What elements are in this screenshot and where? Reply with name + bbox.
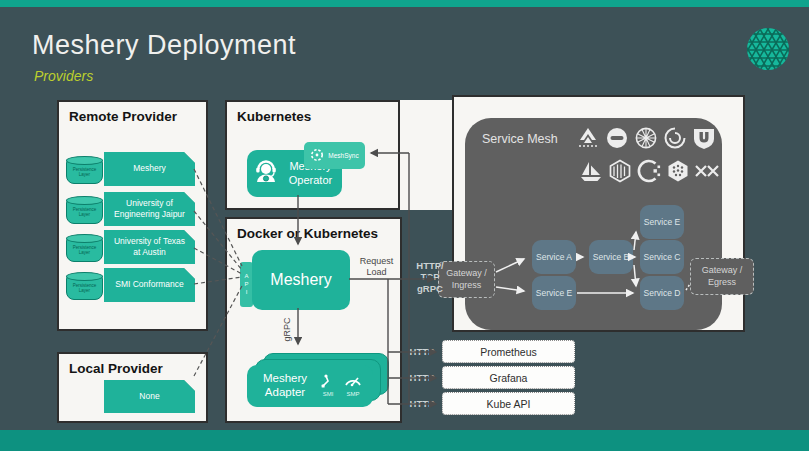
istio-logo-icon (578, 158, 604, 188)
local-provider-title: Local Provider (69, 361, 163, 376)
service-mesh-title: Service Mesh (482, 132, 558, 146)
consul-logo-icon (604, 125, 630, 155)
service-mesh-logos-row1 (575, 125, 717, 155)
meshery-adapter-label: Meshery Adapter (258, 372, 312, 400)
app-mesh-logo-icon (575, 125, 601, 155)
local-provider-panel: Local Provider None (57, 352, 208, 423)
local-provider-none: None (104, 380, 195, 413)
meshery-server-box: Meshery (252, 250, 350, 310)
grafana-box: Grafana (442, 366, 575, 389)
remote-provider-title: Remote Provider (69, 109, 177, 124)
network-service-mesh-logo-icon (607, 158, 633, 188)
remote-provider-panel: Remote Provider Persistence Layer Persis… (57, 100, 208, 331)
kube-api-box: Kube API (442, 392, 575, 415)
service-c-box: Service C (640, 240, 684, 274)
remote-provider-jaipur: University of Engineering Jaipur (104, 192, 195, 226)
http-tcp-grpc-label: HTTP/ TCP gRPC (410, 260, 450, 294)
service-d-box: Service D (640, 276, 684, 310)
bottom-accent-bar (0, 430, 809, 451)
kubernetes-title: Kubernetes (237, 109, 311, 124)
open-service-mesh-logo-icon (636, 158, 662, 188)
linkerd-logo-icon (633, 125, 659, 155)
traefik-mesh-logo-icon (694, 158, 720, 188)
top-accent-bar (0, 0, 809, 7)
prometheus-box: Prometheus (442, 340, 575, 363)
smi-icon (320, 374, 336, 390)
service-b-box: Service B (589, 240, 633, 274)
remote-provider-austin: University of Texas at Austin (104, 230, 195, 264)
remote-provider-smi: SMI Conformance (104, 268, 195, 302)
meshery-adapter-box: Meshery Adapter SMI (247, 365, 373, 407)
http-label-2: HTTP (404, 372, 440, 383)
grpc-label: gRPC (282, 309, 293, 349)
persistence-layer-cylinder: Persistence Layer (66, 238, 103, 262)
service-e-bottom-box: Service E (532, 276, 576, 310)
meshsync-box: MeshSync (304, 142, 365, 169)
kubernetes-panel: Kubernetes Meshery Operator (225, 100, 400, 210)
docker-kubernetes-panel: Docker or Kubernetes API Meshery Request… (225, 217, 402, 423)
page-subtitle: Providers (34, 68, 93, 84)
service-a-box: Service A (532, 240, 576, 274)
gateway-egress-box: Gateway / Egress (690, 258, 754, 295)
service-e-top-box: Service E (640, 205, 684, 239)
operator-icon (253, 160, 279, 187)
smp-icon (344, 374, 362, 390)
meshery-logo-icon (745, 26, 791, 76)
nginx-service-mesh-logo-icon (665, 158, 691, 188)
request-load-label: Request Load (354, 256, 399, 278)
persistence-layer-cylinder: Persistence Layer (66, 200, 103, 224)
meshsync-icon (310, 148, 324, 163)
persistence-layer-cylinder: Persistence Layer (66, 276, 103, 300)
slide: Meshery Deployment Providers Remote Prov… (0, 0, 809, 451)
http-label-3: HTTP (404, 398, 440, 409)
http-label-1: HTTP (404, 346, 440, 357)
service-mesh-logos-row2 (578, 158, 720, 188)
persistence-layer-cylinder: Persistence Layer (66, 160, 103, 184)
page-title: Meshery Deployment (32, 30, 296, 61)
kuma-logo-icon (691, 125, 717, 155)
docker-kubernetes-title: Docker or Kubernetes (237, 226, 378, 241)
meshsync-label: MeshSync (328, 152, 358, 159)
octarine-logo-icon (662, 125, 688, 155)
remote-provider-meshery: Meshery (104, 152, 195, 186)
